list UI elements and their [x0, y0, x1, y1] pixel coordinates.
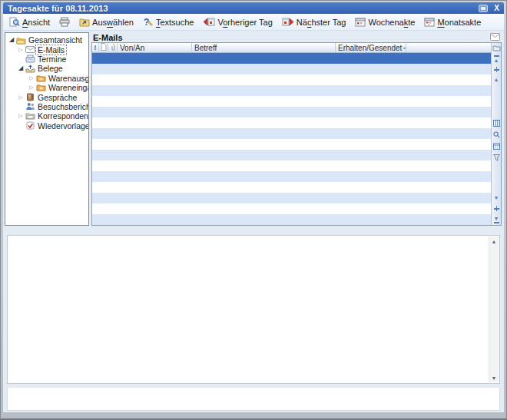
auswaehlen-label: Auswählen: [92, 18, 134, 27]
table-row[interactable]: [92, 128, 491, 139]
table-row[interactable]: [92, 182, 491, 193]
table-row[interactable]: [92, 74, 491, 85]
month-calendar-icon: [424, 17, 435, 27]
table-body: [92, 53, 491, 225]
goods-out-folder-icon: [35, 74, 47, 82]
notebook-icon: [25, 93, 36, 101]
appointments-icon: [25, 55, 36, 63]
collapsed-triangle-icon[interactable]: ▷: [17, 112, 25, 120]
table-row[interactable]: [92, 171, 491, 182]
content-area: ◢ Gesamtansicht ▷ E-Mails ▷ Termine ◢: [3, 31, 504, 412]
auswaehlen-button[interactable]: Auswählen: [76, 15, 138, 28]
tree-item-wareneingang[interactable]: ▷ Wareneingang: [6, 83, 88, 92]
table-row[interactable]: [92, 160, 491, 171]
collapsed-triangle-icon[interactable]: ▷: [17, 94, 25, 101]
printer-icon: [59, 17, 70, 27]
table-row[interactable]: [92, 117, 491, 128]
toolbar: Ansicht Auswählen ? Textsuche: [3, 14, 504, 31]
row-up-icon[interactable]: ▲: [492, 77, 501, 82]
previous-day-icon: [203, 17, 215, 27]
tree-item-e-mails[interactable]: ▷ E-Mails: [6, 45, 88, 54]
bottom-strip: [7, 387, 500, 411]
tree-item-gespraeche[interactable]: ▷ Gespräche: [6, 92, 88, 101]
table-row[interactable]: [92, 150, 491, 160]
row-down-icon[interactable]: ▼: [492, 195, 501, 200]
tree-item-label: Korrespondenzen: [36, 111, 89, 121]
window-inner: Tagesakte für 08.11.2013 X Ansicht: [3, 2, 504, 412]
table-row[interactable]: [92, 64, 491, 74]
column-attachment[interactable]: [108, 43, 118, 52]
column-erhalten-gesendet[interactable]: Erhalten/Gesendet ▲: [336, 43, 406, 52]
vorheriger-tag-button[interactable]: Vorheriger Tag: [200, 15, 277, 28]
column-von-an[interactable]: Von/An: [118, 43, 192, 52]
email-table: ! Von/An Betreff Erhalten/Gesendet ▲: [91, 42, 502, 226]
collapsed-triangle-icon[interactable]: ▷: [28, 74, 35, 82]
column-empty[interactable]: [406, 43, 491, 52]
expanded-triangle-icon[interactable]: ◢: [17, 64, 25, 72]
table-row[interactable]: [92, 53, 491, 64]
envelope-icon: [25, 46, 36, 53]
textsuche-button[interactable]: ? Textsuche: [140, 15, 199, 28]
scroll-bottom-icon[interactable]: ▼: [492, 216, 501, 223]
open-folder-icon: [15, 36, 27, 45]
titlebar[interactable]: Tagesakte für 08.11.2013 X: [3, 2, 504, 14]
tree-item-besuchsberichte[interactable]: ▷ Besuchsberichte: [6, 102, 88, 111]
tree-item-label: Wareneingang: [47, 83, 89, 92]
preview-panel[interactable]: ▲ ▼: [7, 235, 500, 384]
scroll-top-icon[interactable]: ▲: [492, 55, 501, 63]
table-row[interactable]: [92, 203, 491, 214]
tree-item-korrespondenzen[interactable]: ▷ Korrespondenzen: [6, 111, 88, 121]
restore-button[interactable]: [479, 5, 488, 12]
app-window: Tagesakte für 08.11.2013 X Ansicht: [0, 0, 507, 420]
priority-icon: !: [94, 44, 97, 51]
tree-item-label: Warenausgang: [47, 74, 89, 83]
tree-panel: ◢ Gesamtansicht ▷ E-Mails ▷ Termine ◢: [5, 32, 89, 226]
column-chooser-icon[interactable]: [492, 45, 501, 53]
textsuche-label: Textsuche: [156, 18, 194, 27]
wochenakte-label: Wochenakte: [368, 18, 415, 27]
columns-icon[interactable]: [492, 120, 501, 128]
expanded-triangle-icon[interactable]: ◢: [8, 36, 15, 44]
tree-item-belege[interactable]: ◢ Belege: [6, 64, 88, 73]
tree-item-wiedervorlagen[interactable]: ▷ Wiedervorlagen: [6, 121, 88, 131]
tree-item-label: Gespräche: [36, 93, 78, 102]
tree-item-termine[interactable]: ▷ Termine: [6, 55, 88, 64]
filter-icon[interactable]: [492, 154, 501, 163]
wochenakte-button[interactable]: Wochenakte: [352, 15, 419, 28]
column-priority[interactable]: !: [92, 43, 99, 52]
ansicht-button[interactable]: Ansicht: [6, 15, 55, 28]
view-magnifier-icon: [9, 17, 20, 27]
monatsakte-button[interactable]: Monatsakte: [421, 15, 485, 28]
question-search-icon: ?: [143, 17, 154, 27]
search-icon[interactable]: [492, 131, 501, 140]
window-title: Tagesakte für 08.11.2013: [8, 4, 479, 13]
tree-item-gesamtansicht[interactable]: ◢ Gesamtansicht: [6, 35, 88, 45]
tree-item-warenausgang[interactable]: ▷ Warenausgang: [6, 74, 88, 83]
vorheriger-tag-label: Vorheriger Tag: [217, 18, 272, 27]
collapsed-triangle-icon[interactable]: ▷: [28, 84, 35, 91]
scroll-down-icon[interactable]: ▼: [489, 373, 499, 382]
section-title: E-Mails: [93, 33, 490, 42]
naechster-tag-button[interactable]: Nächster Tag: [279, 15, 351, 28]
red-check-icon: [25, 121, 36, 130]
monatsakte-label: Monatsakte: [437, 18, 481, 27]
column-document[interactable]: [99, 43, 108, 52]
column-betreff[interactable]: Betreff: [192, 43, 336, 52]
column-label: Erhalten/Gesendet: [338, 44, 402, 52]
table-row[interactable]: [92, 85, 491, 96]
table-row[interactable]: [92, 139, 491, 150]
preview-scrollbar[interactable]: ▲ ▼: [489, 236, 499, 382]
print-button[interactable]: [56, 15, 75, 28]
table-row[interactable]: [92, 96, 491, 107]
date-jump-icon[interactable]: [492, 143, 501, 151]
page-down-icon[interactable]: [492, 205, 501, 212]
collapsed-triangle-icon[interactable]: ▷: [17, 46, 25, 54]
scroll-up-icon[interactable]: ▲: [489, 236, 499, 246]
table-row[interactable]: [92, 214, 491, 225]
table-row[interactable]: [92, 193, 491, 203]
window-controls: X: [479, 5, 501, 12]
close-button[interactable]: X: [492, 5, 501, 12]
correspondence-folder-icon: [25, 112, 36, 120]
table-row[interactable]: [92, 107, 491, 117]
page-up-icon[interactable]: [492, 66, 501, 73]
